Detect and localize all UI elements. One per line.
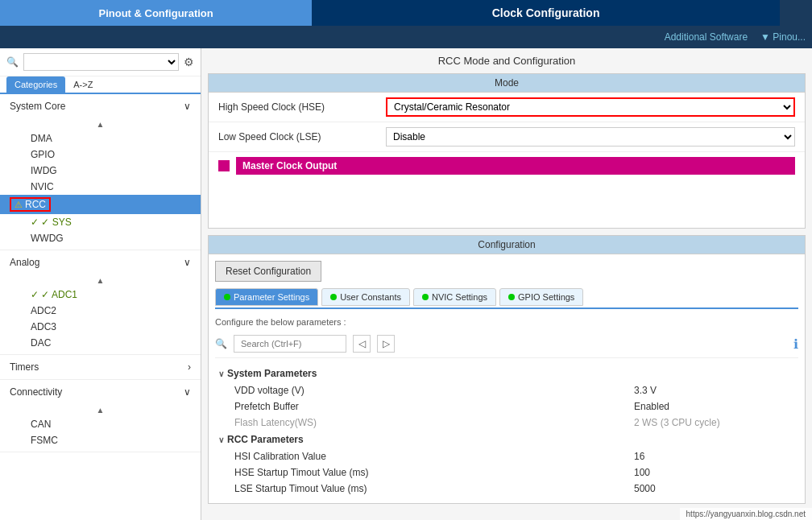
sidebar-item-iwdg[interactable]: IWDG	[24, 163, 201, 179]
url-bar: https://yangyuanxin.blog.csdn.net	[680, 508, 812, 520]
config-tabs: Parameter Settings User Constants NVIC S…	[215, 288, 798, 309]
sidebar-item-adc2[interactable]: ADC2	[24, 303, 201, 319]
connectivity-items: CAN FSMC	[0, 416, 201, 452]
header-right	[780, 0, 812, 26]
param-name-hse-startup: HSE Startup Timout Value (ms)	[234, 467, 634, 478]
param-row-flash: Flash Latency(WS) 2 WS (3 CPU cycle)	[215, 415, 798, 431]
param-name-flash: Flash Latency(WS)	[234, 417, 634, 428]
reset-config-button[interactable]: Reset Configuration	[215, 261, 321, 282]
config-header: Configuration	[208, 235, 806, 254]
analog-items: ✓ ADC1 ADC2 ADC3 DAC	[0, 287, 201, 354]
param-search-row: 🔍 ◁ ▷ ℹ	[215, 335, 798, 358]
param-row-vdd: VDD voltage (V) 3.3 V	[215, 382, 798, 398]
sidebar-item-sys[interactable]: ✓ SYS	[24, 214, 201, 230]
scroll-up-connectivity-icon[interactable]: ▲	[97, 406, 105, 415]
sidebar-content: System Core ∨ ▲ DMA GPIO IWDG	[0, 94, 201, 520]
section-system-core: System Core ∨ ▲ DMA GPIO IWDG	[0, 94, 201, 250]
tab-dot-gpio	[508, 294, 515, 300]
sidebar-item-dma[interactable]: DMA	[24, 130, 201, 147]
section-system-core-label: System Core	[10, 101, 65, 112]
mode-spacer	[209, 180, 805, 228]
search-select[interactable]	[23, 53, 179, 71]
tab-nvic-settings[interactable]: NVIC Settings	[413, 288, 496, 306]
lse-label: Low Speed Clock (LSE)	[218, 131, 379, 142]
additional-software-label: Additional Software	[665, 31, 748, 43]
section-system-core-header[interactable]: System Core ∨	[0, 94, 201, 118]
chevron-down-icon-connectivity: ∨	[184, 386, 191, 398]
scroll-up-system: ▲	[0, 118, 201, 130]
master-clock-checkbox[interactable]	[218, 160, 230, 171]
system-core-items: DMA GPIO IWDG NVIC ⚠ RCC	[0, 130, 201, 250]
section-timers: Timers ›	[0, 355, 201, 380]
config-body: Reset Configuration Parameter Settings U…	[208, 254, 806, 504]
sidebar-item-rcc[interactable]: ⚠ RCC	[0, 195, 201, 214]
search-icon: 🔍	[6, 56, 19, 68]
param-row-prefetch: Prefetch Buffer Enabled	[215, 398, 798, 415]
sidebar-item-dac[interactable]: DAC	[24, 335, 201, 351]
param-value-hsi: 16	[634, 451, 795, 462]
param-search-icon: 🔍	[215, 338, 227, 349]
warning-triangle-icon: ⚠	[14, 200, 23, 210]
section-connectivity-label: Connectivity	[10, 386, 62, 398]
scroll-up-icon[interactable]: ▲	[97, 120, 105, 129]
tab-dot-user-constants	[330, 294, 337, 300]
master-clock-label: Master Clock Output	[236, 157, 795, 175]
tab-parameter-settings[interactable]: Parameter Settings	[215, 288, 318, 306]
param-name-vdd: VDD voltage (V)	[234, 385, 634, 396]
hse-row: High Speed Clock (HSE) Crystal/Ceramic R…	[209, 93, 805, 122]
sidebar-item-fsmc[interactable]: FSMC	[24, 432, 201, 448]
sidebar: 🔍 ⚙ Categories A->Z System Core ∨ ▲	[0, 48, 201, 520]
sidebar-item-adc3[interactable]: ADC3	[24, 319, 201, 335]
clock-header-label: Clock Configuration	[492, 6, 600, 19]
lse-select[interactable]: Disable Crystal/Ceramic Resonator Bypass…	[386, 127, 795, 147]
gear-icon[interactable]: ⚙	[184, 56, 194, 68]
param-value-prefetch: Enabled	[634, 401, 795, 412]
sub-header: Additional Software ▼ Pinou...	[0, 26, 812, 48]
param-group-rcc[interactable]: ∨ RCC Parameters	[215, 431, 798, 448]
pinout-header-label: Pinout & Configuration	[98, 7, 213, 19]
param-nav-next-button[interactable]: ▷	[377, 335, 395, 353]
sidebar-item-adc1[interactable]: ✓ ADC1	[24, 287, 201, 303]
section-connectivity: Connectivity ∨ ▲ CAN FSMC	[0, 380, 201, 452]
sidebar-item-wwdg[interactable]: WWDG	[24, 230, 201, 246]
param-group-arrow-rcc: ∨	[218, 435, 224, 444]
clock-header[interactable]: Clock Configuration	[312, 0, 780, 26]
tab-dot-nvic	[422, 294, 429, 300]
tab-categories[interactable]: Categories	[6, 76, 65, 93]
config-hint: Configure the below parameters :	[215, 316, 798, 328]
sidebar-item-can[interactable]: CAN	[24, 416, 201, 432]
mode-header: Mode	[209, 74, 805, 93]
hse-select[interactable]: Crystal/Ceramic Resonator Disable Bypass…	[386, 97, 795, 117]
pinout-short-label: ▼ Pinou...	[760, 31, 806, 43]
lse-row: Low Speed Clock (LSE) Disable Crystal/Ce…	[209, 122, 805, 152]
param-name-prefetch: Prefetch Buffer	[234, 401, 634, 412]
section-analog-label: Analog	[10, 257, 39, 268]
param-value-vdd: 3.3 V	[634, 385, 795, 396]
top-header: Pinout & Configuration Clock Configurati…	[0, 0, 812, 26]
tab-user-constants[interactable]: User Constants	[321, 288, 410, 306]
config-section: Configuration Reset Configuration Parame…	[208, 235, 806, 504]
param-row-hse-startup: HSE Startup Timout Value (ms) 100	[215, 464, 798, 481]
param-search-input[interactable]	[234, 335, 346, 353]
content-area: RCC Mode and Configuration Mode High Spe…	[201, 48, 812, 520]
param-row-hsi: HSI Calibration Value 16	[215, 448, 798, 464]
tab-az[interactable]: A->Z	[65, 76, 101, 93]
section-analog: Analog ∨ ▲ ✓ ADC1 ADC2 ADC3	[0, 250, 201, 355]
section-timers-header[interactable]: Timers ›	[0, 355, 201, 379]
section-analog-header[interactable]: Analog ∨	[0, 250, 201, 274]
sidebar-item-gpio[interactable]: GPIO	[24, 147, 201, 163]
section-connectivity-header[interactable]: Connectivity ∨	[0, 380, 201, 404]
tab-gpio-settings[interactable]: GPIO Settings	[499, 288, 583, 306]
param-nav-prev-button[interactable]: ◁	[353, 335, 371, 353]
master-clock-row: Master Clock Output	[209, 152, 805, 180]
param-value-hse-startup: 100	[634, 467, 795, 478]
scroll-up-analog-icon[interactable]: ▲	[97, 276, 105, 285]
content-title: RCC Mode and Configuration	[201, 48, 812, 73]
tab-dot-parameters	[224, 294, 230, 300]
pinout-header[interactable]: Pinout & Configuration	[0, 0, 312, 26]
info-icon[interactable]: ℹ	[793, 336, 798, 352]
param-name-hsi: HSI Calibration Value	[234, 451, 634, 462]
sidebar-item-nvic[interactable]: NVIC	[24, 179, 201, 195]
params-table: ∨ System Parameters VDD voltage (V) 3.3 …	[215, 365, 798, 497]
param-group-system[interactable]: ∨ System Parameters	[215, 365, 798, 382]
